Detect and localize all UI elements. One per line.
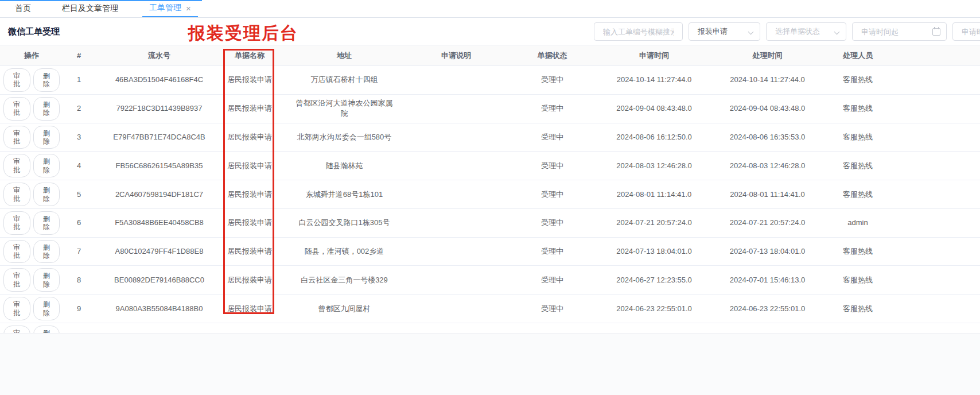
approve-button[interactable]: 审批 (3, 211, 30, 235)
order-search-input[interactable] (594, 23, 682, 40)
status: 受理中 (499, 152, 605, 180)
table-row: 审批 删除 7 A80C102479FF4F1D88E8 居民报装申请 随县，淮… (0, 238, 980, 266)
delete-button[interactable]: 删除 (33, 97, 60, 121)
handler: 客服热线 (832, 266, 884, 294)
row-index: 4 (63, 152, 95, 180)
apply-time: 2024-06-27 12:23:55.0 (605, 266, 703, 294)
apply-time: 2024-09-04 08:43:48.0 (605, 95, 703, 123)
delete-button[interactable]: 删除 (33, 240, 60, 264)
col-header-doc-name: 单据名称 (224, 45, 275, 65)
table-row: 审批 删除 9 9A080A3B55084B4188B0 居民报装申请 曾都区九… (0, 295, 980, 323)
order-type-select[interactable]: 报装申请 (689, 22, 760, 41)
approve-button[interactable]: 审批 (3, 183, 30, 206)
doc-name: 居民报装申请 (224, 209, 275, 237)
approve-button[interactable]: 审批 (3, 240, 30, 264)
address: 东城舜井道68号1栋101 (275, 180, 413, 208)
handler: 客服热线 (832, 66, 884, 94)
approve-button[interactable]: 审批 (3, 97, 30, 121)
table-row: 审批 删除 6 F5A30848B6EE40458CB8 居民报装申请 白云公园… (0, 209, 980, 238)
approve-button[interactable]: 审批 (3, 126, 30, 149)
description (413, 180, 499, 208)
description (413, 295, 499, 323)
row-actions: 审批 删除 (0, 123, 63, 152)
status: 受理中 (499, 238, 605, 266)
handle-time: 2024-07-21 20:57:24.0 (703, 209, 832, 237)
handle-time: 2024-06-23 22:55:01.0 (703, 295, 832, 323)
address: 白云社区金三角一号楼329 (275, 266, 413, 294)
approve-button[interactable]: 审批 (3, 268, 30, 292)
col-header-serial: 流水号 (95, 45, 224, 65)
status: 受理中 (499, 123, 605, 152)
description (413, 123, 499, 152)
col-header-index: # (63, 45, 95, 65)
serial-number: 2CA4607598194DF181C7 (95, 180, 224, 208)
col-header-handle-time: 处理时间 (703, 45, 832, 65)
row-actions: 审批 删除 (0, 238, 63, 266)
serial-number: FB56C686261545A89B35 (95, 152, 224, 180)
handler: 客服热线 (832, 180, 884, 208)
serial-number: 46BA3D51504F46168F4C (95, 66, 224, 94)
close-icon[interactable]: × (186, 4, 191, 13)
delete-button[interactable]: 删除 (33, 211, 60, 235)
toolbar: 微信工单受理 报装申请 选择单据状态 (0, 18, 980, 45)
delete-button[interactable]: 删除 (33, 183, 60, 206)
approve-button[interactable]: 审批 (3, 297, 30, 320)
row-actions: 审批 删除 (0, 295, 63, 323)
row-actions: 审批 删除 (0, 209, 63, 237)
page-background (0, 333, 980, 395)
apply-time: 2024-08-03 12:46:28.0 (605, 152, 703, 180)
doc-name: 居民报装申请 (224, 152, 275, 180)
address: 随县，淮河镇，002乡道 (275, 238, 413, 266)
status-select[interactable]: 选择单据状态 (766, 22, 846, 41)
apply-time: 2024-06-23 22:55:01.0 (605, 295, 703, 323)
apply-time: 2024-08-01 11:14:41.0 (605, 180, 703, 208)
apply-date-end-input[interactable] (953, 23, 980, 40)
apply-date-end-field (952, 22, 980, 41)
row-actions: 审批 删除 (0, 180, 63, 208)
row-index: 8 (63, 266, 95, 294)
address: 万店镇石桥村十四组 (275, 66, 413, 94)
serial-number: F5A30848B6EE40458CB8 (95, 209, 224, 237)
apply-time: 2024-07-21 20:57:24.0 (605, 209, 703, 237)
tab-home[interactable]: 首页 (8, 0, 38, 17)
serial-number: 7922F18C3D11439B8937 (95, 95, 224, 123)
address: 白云公园交叉路口1栋305号 (275, 209, 413, 237)
description (413, 209, 499, 237)
delete-button[interactable]: 删除 (33, 126, 60, 149)
apply-date-start-field (852, 22, 947, 41)
table-header: 操作 # 流水号 单据名称 地址 申请说明 单据状态 申请时间 处理时间 处理人… (0, 45, 980, 66)
tab-work-orders[interactable]: 工单管理 × (142, 0, 198, 17)
col-header-description: 申请说明 (413, 45, 499, 65)
row-index: 9 (63, 295, 95, 323)
description (413, 152, 499, 180)
address: 曾都区沿河大道神农公园家属院 (275, 95, 413, 123)
approve-button[interactable]: 审批 (3, 154, 30, 177)
delete-button[interactable]: 删除 (33, 154, 60, 177)
delete-button[interactable]: 删除 (33, 268, 60, 292)
chevron-down-icon (834, 29, 840, 35)
handler: admin (832, 209, 884, 237)
row-index: 2 (63, 95, 95, 123)
description (413, 95, 499, 123)
tab-label: 首页 (15, 3, 31, 14)
delete-button[interactable]: 删除 (33, 68, 60, 92)
delete-button[interactable]: 删除 (33, 297, 60, 320)
apply-time: 2024-08-06 16:12:50.0 (605, 123, 703, 152)
row-index: 5 (63, 180, 95, 208)
handler: 客服热线 (832, 295, 884, 323)
doc-name: 居民报装申请 (224, 123, 275, 152)
order-search-field (594, 22, 683, 41)
handle-time: 2024-09-04 08:43:48.0 (703, 95, 832, 123)
handle-time: 2024-08-01 11:14:41.0 (703, 180, 832, 208)
status: 受理中 (499, 180, 605, 208)
calendar-icon (932, 28, 940, 36)
apply-time: 2024-10-14 11:27:44.0 (605, 66, 703, 94)
status: 受理中 (499, 66, 605, 94)
tab-articles[interactable]: 栏目及文章管理 (55, 0, 125, 17)
handle-time: 2024-07-01 15:46:13.0 (703, 266, 832, 294)
tab-bar: 首页 栏目及文章管理 工单管理 × (0, 0, 980, 18)
approve-button[interactable]: 审批 (3, 68, 30, 92)
address: 曾都区九间屋村 (275, 295, 413, 323)
col-header-actions: 操作 (0, 45, 63, 65)
row-index: 7 (63, 238, 95, 266)
